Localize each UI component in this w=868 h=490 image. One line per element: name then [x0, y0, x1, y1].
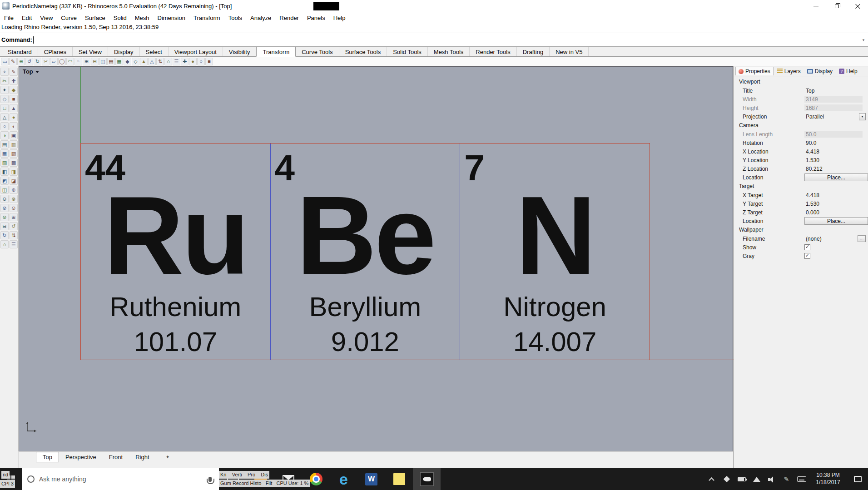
toolbar-tab[interactable]: Select [140, 47, 169, 56]
toolbar-icon[interactable]: ✚ [181, 58, 188, 65]
toolbar-tab[interactable]: Mesh Tools [428, 47, 470, 56]
element-tile-beryllium[interactable]: 4 Be Beryllium 9.012 [271, 144, 461, 360]
viewport-title-menu[interactable]: Top [23, 68, 39, 75]
menu-item[interactable]: Surface [81, 15, 109, 21]
sidebar-tool-icon[interactable]: ▥ [10, 140, 18, 148]
microphone-icon[interactable] [208, 477, 212, 482]
sidebar-tool-icon[interactable]: ✦ [0, 86, 9, 94]
taskbar-search[interactable] [22, 468, 219, 490]
sidebar-tool-icon[interactable]: ▩ [10, 158, 18, 167]
action-center-button[interactable] [847, 468, 868, 490]
projection-dropdown-button[interactable] [859, 113, 866, 120]
wallpaper-gray-checkbox[interactable] [804, 253, 810, 259]
viewport-tab[interactable]: Perspective [59, 452, 103, 462]
sidebar-tool-icon[interactable]: ◪ [10, 177, 18, 185]
toolbar-tab[interactable]: Viewport Layout [169, 47, 223, 56]
toolbar-icon[interactable]: ◆ [124, 58, 131, 65]
sidebar-tool-icon[interactable]: ✂ [0, 77, 9, 85]
tab-layers[interactable]: Layers [774, 67, 804, 75]
toolbar-tab[interactable]: New in V5 [550, 47, 589, 56]
toolbar-icon[interactable]: ■ [205, 58, 213, 65]
sidebar-tool-icon[interactable]: ▣ [10, 131, 18, 139]
sidebar-tool-icon[interactable]: △ [0, 113, 9, 121]
sidebar-tool-icon[interactable]: ▦ [0, 149, 9, 158]
toolbar-icon[interactable]: ≈ [74, 58, 82, 65]
sidebar-tool-icon[interactable]: ⊗ [10, 195, 18, 203]
tray-expand-button[interactable] [704, 468, 719, 490]
toolbar-icon[interactable]: ◠ [66, 58, 74, 65]
taskbar-clock[interactable]: 10:38 PM 1/18/2017 [809, 472, 847, 486]
menu-item[interactable]: Curve [57, 15, 81, 21]
word-button[interactable] [357, 468, 385, 490]
sidebar-tool-icon[interactable]: ◇ [0, 95, 9, 103]
menu-item[interactable]: Transform [189, 15, 224, 21]
tab-display[interactable]: Display [804, 67, 835, 75]
toolbar-icon[interactable]: ⊞ [83, 58, 90, 65]
z-location-field[interactable]: 80.212 [804, 165, 863, 172]
toolbar-icon[interactable]: ⊟ [91, 58, 99, 65]
toolbar-tab[interactable]: Set View [73, 47, 108, 56]
dropbox-tray-button[interactable] [719, 468, 734, 490]
pen-tray-button[interactable] [779, 468, 794, 490]
x-target-field[interactable]: 4.418 [804, 192, 863, 198]
sidebar-tool-icon[interactable]: ◆ [10, 86, 18, 94]
toolbar-tab[interactable]: Surface Tools [339, 47, 387, 56]
close-button[interactable] [847, 0, 868, 12]
y-location-field[interactable]: 1.530 [804, 157, 863, 163]
toolbar-icon[interactable]: ▱ [50, 58, 58, 65]
sidebar-tool-icon[interactable]: ◫ [0, 186, 9, 194]
toolbar-icon[interactable]: ◫ [99, 58, 107, 65]
toolbar-tab[interactable]: Display [108, 47, 140, 56]
menu-item[interactable]: Panels [303, 15, 329, 21]
sidebar-tool-icon[interactable]: ● [10, 113, 18, 121]
keyboard-tray-button[interactable] [794, 468, 809, 490]
toolbar-icon[interactable]: ◯ [58, 58, 66, 65]
toolbar-tab[interactable]: Curve Tools [296, 47, 339, 56]
sidebar-tool-icon[interactable]: ◐ [10, 122, 18, 130]
viewport-canvas[interactable]: Top 44 Ru Ruthenium 101.07 4 Be Ber [19, 66, 733, 451]
sidebar-tool-icon[interactable]: ▲ [10, 104, 18, 112]
edge-button[interactable] [330, 468, 357, 490]
toolbar-icon[interactable]: ◇ [132, 58, 139, 65]
toolbar-tab[interactable]: CPlanes [38, 47, 73, 56]
sidebar-tool-icon[interactable]: ⊙ [10, 204, 18, 212]
sidebar-tool-icon[interactable]: ⌂ [0, 240, 9, 248]
menu-item[interactable]: Help [329, 15, 350, 21]
sidebar-tool-icon[interactable]: ✚ [10, 77, 18, 85]
sidebar-tool-icon[interactable]: ☰ [10, 240, 18, 248]
wallpaper-browse-button[interactable]: ... [858, 235, 866, 242]
toolbar-icon[interactable]: ▦ [115, 58, 123, 65]
toolbar-icon[interactable]: ● [189, 58, 197, 65]
toolbar-tab[interactable]: Render Tools [470, 47, 516, 56]
wallpaper-show-checkbox[interactable] [804, 244, 810, 250]
toolbar-icon[interactable]: ☰ [173, 58, 180, 65]
toolbar-icon[interactable]: ⊕ [17, 58, 25, 65]
sidebar-tool-icon[interactable]: ◨ [10, 168, 18, 176]
target-place-button[interactable]: Place... [804, 217, 868, 225]
rhino-taskbar-button[interactable] [413, 468, 441, 490]
toolbar-icon[interactable]: ✎ [9, 58, 17, 65]
sidebar-tool-icon[interactable]: ⊕ [10, 186, 18, 194]
element-tile-ruthenium[interactable]: 44 Ru Ruthenium 101.07 [81, 144, 271, 360]
sidebar-tool-icon[interactable]: ⊚ [0, 213, 9, 221]
sidebar-tool-icon[interactable]: ▨ [0, 158, 9, 167]
toolbar-icon[interactable]: ⌂ [164, 58, 172, 65]
camera-place-button[interactable]: Place... [804, 173, 868, 181]
toolbar-icon[interactable]: ▲ [140, 58, 148, 65]
toolbar-icon[interactable]: △ [148, 58, 156, 65]
toolbar-icon[interactable]: ▤ [107, 58, 115, 65]
sidebar-tool-icon[interactable]: ○ [0, 122, 9, 130]
menu-item[interactable]: Analyze [246, 15, 275, 21]
x-location-field[interactable]: 4.418 [804, 148, 863, 155]
menu-item[interactable]: File [0, 15, 18, 21]
volume-tray-button[interactable] [764, 468, 779, 490]
menu-item[interactable]: Dimension [154, 15, 189, 21]
rhino-app-icon[interactable] [2, 2, 10, 10]
toolbar-tab[interactable]: Standard [2, 47, 38, 56]
sidebar-tool-icon[interactable]: ⊟ [0, 222, 9, 230]
menu-item[interactable]: Mesh [131, 15, 154, 21]
toolbar-tab[interactable]: Visibility [223, 47, 257, 56]
sidebar-tool-icon[interactable]: □ [0, 104, 9, 112]
sidebar-tool-icon[interactable]: ⊞ [10, 213, 18, 221]
sidebar-tool-icon[interactable]: ⊖ [0, 195, 9, 203]
